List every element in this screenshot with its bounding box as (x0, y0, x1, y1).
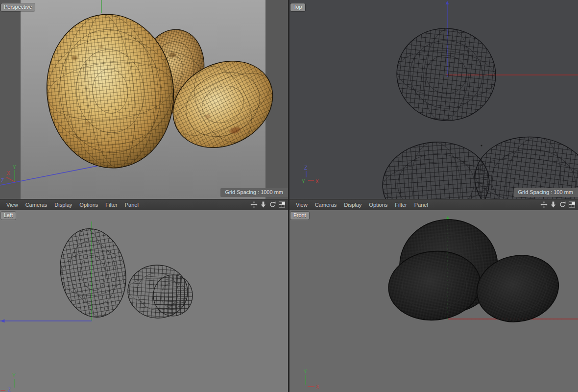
axis-y-label: Y (12, 373, 16, 378)
axis-x-label: X (7, 171, 10, 176)
potato-spot (99, 46, 103, 49)
axis-z-label: Z (1, 178, 4, 183)
top-viewport[interactable]: Z Y X Top Grid Spacing : 100 mm (289, 0, 578, 199)
viewport-label: Front (290, 212, 309, 220)
menu-item-filter[interactable]: Filter (102, 202, 121, 208)
wireframe-sphere-overlap (153, 275, 193, 316)
axis-y-label: Y (304, 369, 307, 374)
viewport-toggle-icon[interactable] (278, 201, 286, 208)
menu-item-filter[interactable]: Filter (391, 202, 410, 208)
stray-vertex-dot (481, 145, 482, 146)
pan-icon[interactable] (250, 201, 258, 208)
rotate-icon[interactable] (558, 201, 567, 208)
menu-item-cameras[interactable]: Cameras (22, 202, 51, 208)
3d-editor-window: Z (0, 0, 578, 392)
axis-y-label: Y (302, 179, 305, 184)
rotate-icon[interactable] (268, 201, 277, 208)
viewport-label: Perspective (1, 3, 35, 11)
pan-icon[interactable] (540, 201, 548, 208)
zoom-icon[interactable] (259, 201, 267, 208)
viewport-toggle-icon[interactable] (568, 201, 576, 208)
grid-spacing-badge: Grid Spacing : 100 mm (514, 188, 578, 197)
perspective-viewport[interactable]: Z (0, 0, 288, 199)
viewport-menubar-row: View Cameras Display Options Filter Pane… (0, 199, 578, 210)
viewport-label: Left (1, 212, 16, 220)
top-canvas[interactable]: Z Y X (289, 0, 578, 199)
grid-spacing-badge: Grid Spacing : 1000 mm (220, 188, 288, 197)
front-viewport[interactable]: Y X Front (289, 210, 578, 392)
axis-x-label: X (316, 384, 319, 390)
axis-x-label: X (315, 179, 319, 184)
axis-y-label: Y (13, 165, 16, 170)
potato-spot (169, 52, 176, 57)
potato-spot (85, 122, 90, 125)
axis-z-label: Z (8, 387, 11, 392)
menu-item-panel[interactable]: Panel (121, 202, 143, 208)
perspective-canvas[interactable]: Z (0, 0, 288, 199)
front-canvas[interactable]: Y X (289, 210, 578, 392)
potato-spot (72, 56, 77, 60)
left-viewport[interactable]: Y Z Left (0, 210, 288, 392)
menu-item-display[interactable]: Display (51, 202, 76, 208)
left-canvas[interactable]: Y Z (0, 210, 288, 392)
zoom-icon[interactable] (549, 201, 557, 208)
menu-item-options[interactable]: Options (365, 202, 391, 208)
viewport-label: Top (290, 3, 305, 11)
menu-item-display[interactable]: Display (340, 202, 365, 208)
menu-item-view[interactable]: View (292, 202, 312, 208)
menu-item-view[interactable]: View (3, 202, 22, 208)
potato-spot (205, 115, 210, 119)
axis-z-label: Z (304, 165, 307, 171)
left-viewport-menubar: View Cameras Display Options Filter Pane… (0, 199, 288, 210)
menu-item-panel[interactable]: Panel (411, 202, 432, 208)
menu-item-cameras[interactable]: Cameras (312, 202, 341, 208)
right-viewport-menubar: View Cameras Display Options Filter Pane… (289, 199, 578, 210)
menu-item-options[interactable]: Options (76, 202, 102, 208)
